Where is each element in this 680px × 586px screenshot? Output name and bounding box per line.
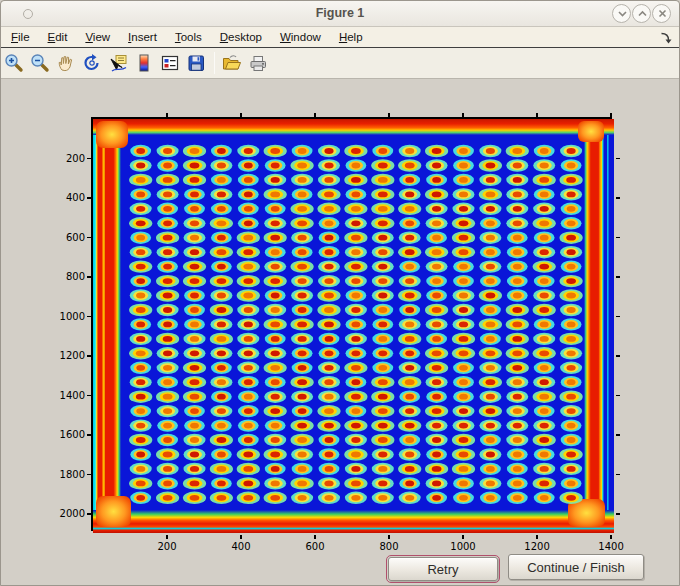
y-tick-right [616, 513, 620, 515]
x-tick-bottom [388, 535, 390, 539]
y-tick-left [87, 197, 91, 199]
x-tick-bottom [610, 535, 612, 539]
y-tick-left [87, 513, 91, 515]
y-tick-right [616, 158, 620, 160]
x-tick-label: 1000 [439, 540, 487, 554]
menu-file[interactable]: File [11, 31, 30, 43]
plot-area[interactable] [91, 117, 612, 531]
y-tick-left [87, 158, 91, 160]
x-tick-bottom [536, 535, 538, 539]
insert-legend-button[interactable] [159, 50, 181, 76]
titlebar[interactable]: Figure 1 [1, 1, 679, 27]
data-cursor-icon [108, 53, 128, 73]
y-tick-label: 800 [43, 270, 85, 284]
menu-help[interactable]: Help [339, 31, 363, 43]
toolbar-separator [214, 52, 215, 74]
y-tick-left [87, 276, 91, 278]
y-tick-label: 600 [43, 231, 85, 245]
print-figure-button[interactable] [247, 50, 269, 76]
close-icon [653, 4, 670, 23]
maximize-button[interactable] [632, 4, 651, 23]
x-tick-label: 400 [217, 540, 265, 554]
y-tick-right [616, 434, 620, 436]
microarray-image [93, 119, 614, 533]
save-floppy-icon [186, 53, 206, 73]
y-tick-right [616, 316, 620, 318]
x-tick-bottom [462, 535, 464, 539]
rotate-3d-icon [82, 53, 102, 73]
printer-icon [248, 53, 268, 73]
menu-window[interactable]: Window [280, 31, 321, 43]
colorbar-icon [134, 53, 154, 73]
dock-figure-arrow-icon[interactable] [659, 31, 672, 44]
x-tick-bottom [166, 535, 168, 539]
chevron-up-icon [633, 4, 650, 23]
zoom-out-button[interactable] [29, 50, 51, 76]
y-tick-label: 1400 [43, 389, 85, 403]
toolbar [1, 48, 679, 79]
figure-canvas: 2004006008001000120014002004006008001000… [1, 79, 679, 586]
x-tick-label: 1400 [587, 540, 635, 554]
figure-window: Figure 1 File Edit View [0, 0, 680, 586]
x-tick-top [388, 113, 390, 117]
data-cursor-button[interactable] [107, 50, 129, 76]
y-tick-label: 400 [43, 191, 85, 205]
y-tick-right [616, 197, 620, 199]
y-tick-left [87, 316, 91, 318]
zoom-out-icon [30, 53, 50, 73]
x-tick-label: 800 [365, 540, 413, 554]
x-tick-top [462, 113, 464, 117]
menubar: File Edit View Insert Tools Desktop Wind… [1, 27, 679, 48]
x-tick-top [166, 113, 168, 117]
x-tick-top [314, 113, 316, 117]
legend-icon [160, 53, 180, 73]
y-tick-left [87, 237, 91, 239]
y-tick-right [616, 276, 620, 278]
retry-button[interactable]: Retry [388, 557, 498, 581]
zoom-in-button[interactable] [3, 50, 25, 76]
y-tick-label: 1600 [43, 428, 85, 442]
menu-view[interactable]: View [85, 31, 110, 43]
y-tick-label: 2000 [43, 507, 85, 521]
y-tick-left [87, 434, 91, 436]
y-tick-left [87, 395, 91, 397]
y-tick-right [616, 474, 620, 476]
y-tick-label: 1200 [43, 349, 85, 363]
x-tick-label: 600 [291, 540, 339, 554]
y-tick-left [87, 355, 91, 357]
pan-button[interactable] [55, 50, 77, 76]
menu-tools[interactable]: Tools [175, 31, 202, 43]
y-tick-left [87, 474, 91, 476]
y-tick-label: 1000 [43, 310, 85, 324]
window-title: Figure 1 [1, 6, 679, 20]
minimize-button[interactable] [612, 4, 631, 23]
y-tick-right [616, 237, 620, 239]
save-figure-button[interactable] [185, 50, 207, 76]
open-folder-icon [221, 53, 243, 73]
y-tick-right [616, 395, 620, 397]
x-tick-label: 1200 [513, 540, 561, 554]
chevron-down-icon [613, 4, 630, 23]
close-button[interactable] [652, 4, 671, 23]
hand-pan-icon [56, 53, 76, 73]
insert-colorbar-button[interactable] [133, 50, 155, 76]
x-tick-top [240, 113, 242, 117]
open-file-button[interactable] [221, 50, 243, 76]
y-tick-label: 1800 [43, 468, 85, 482]
x-tick-label: 200 [143, 540, 191, 554]
x-tick-bottom [314, 535, 316, 539]
x-tick-top [610, 113, 612, 117]
menu-insert[interactable]: Insert [128, 31, 157, 43]
x-tick-top [536, 113, 538, 117]
y-tick-label: 200 [43, 152, 85, 166]
menu-desktop[interactable]: Desktop [220, 31, 262, 43]
continue-finish-button[interactable]: Continue / Finish [508, 554, 644, 580]
x-tick-bottom [240, 535, 242, 539]
y-tick-right [616, 355, 620, 357]
rotate-3d-button[interactable] [81, 50, 103, 76]
menu-edit[interactable]: Edit [48, 31, 68, 43]
zoom-in-icon [4, 53, 24, 73]
